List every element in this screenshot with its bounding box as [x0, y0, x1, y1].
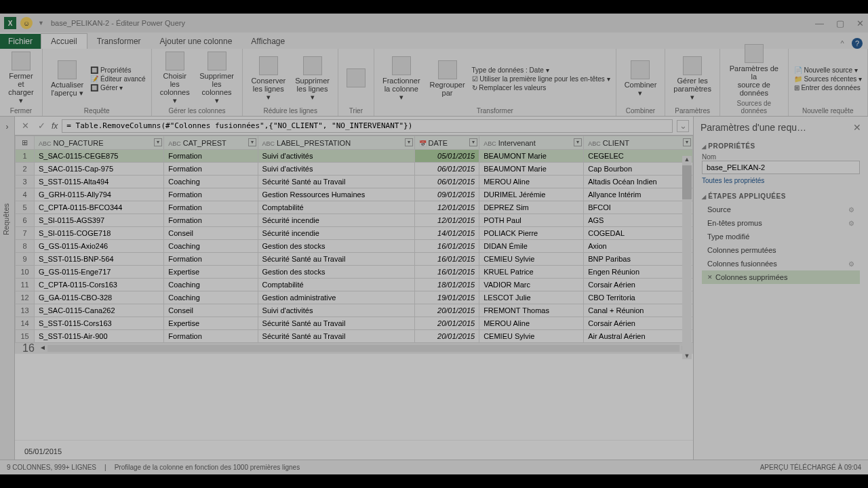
table-cell[interactable]: S_SST-0115-Alta494 — [35, 176, 164, 188]
ribbon-item[interactable]: 🔲 Propriétés — [90, 66, 146, 74]
filter-icon[interactable]: ▾ — [574, 138, 582, 146]
applied-step[interactable]: Colonnes fusionnées⚙ — [702, 257, 860, 270]
table-cell[interactable]: Cap Bourbon — [584, 163, 693, 176]
gear-icon[interactable]: ⚙ — [848, 220, 854, 227]
table-cell[interactable]: Formation — [164, 330, 258, 343]
table-cell[interactable]: S_SI-0115-COGE718 — [35, 227, 164, 240]
table-cell[interactable]: Canal + Réunion — [584, 304, 693, 317]
table-cell[interactable]: S_SAC-0115-Cap-975 — [35, 163, 164, 176]
tab-transformer[interactable]: Transformer — [87, 34, 151, 49]
row-number[interactable]: 6 — [16, 214, 35, 227]
tab-accueil[interactable]: Accueil — [41, 33, 87, 49]
collapse-ribbon-icon[interactable]: ^ — [837, 38, 848, 49]
table-cell[interactable]: Corsair Aérien — [584, 279, 693, 291]
table-cell[interactable]: MEROU Aline — [479, 176, 584, 188]
table-cell[interactable]: Coaching — [164, 176, 258, 188]
column-header[interactable]: ABCCLIENT▾ — [584, 136, 693, 150]
scroll-left-icon[interactable]: ◄ — [38, 344, 47, 353]
table-cell[interactable]: BEAUMONT Marie — [479, 150, 584, 163]
table-cell[interactable]: C_CPTA-0115-BFCO344 — [35, 201, 164, 214]
tab-ajouter[interactable]: Ajouter une colonne — [151, 34, 242, 49]
table-cell[interactable]: Coaching — [164, 279, 258, 291]
row-number[interactable]: 7 — [16, 227, 35, 240]
table-cell[interactable]: G_GS-0115-Enge717 — [35, 266, 164, 279]
table-cell[interactable]: Gestion Ressources Humaines — [258, 188, 414, 201]
table-cell[interactable]: Coaching — [164, 291, 258, 304]
table-cell[interactable]: S_SAC-0115-CEGE875 — [35, 150, 164, 163]
row-number[interactable]: 13 — [16, 304, 35, 317]
ribbon-button[interactable]: Regrouperpar — [427, 59, 468, 98]
ribbon-item[interactable]: ⊞ Entrer des données — [794, 84, 862, 92]
table-cell[interactable]: POTH Paul — [479, 214, 584, 227]
table-cell[interactable]: 20/01/2015 — [414, 330, 479, 343]
row-number[interactable]: 4 — [16, 188, 35, 201]
table-cell[interactable]: Expertise — [164, 317, 258, 330]
ribbon-button[interactable]: Choisir lescolonnes ▾ — [157, 50, 193, 106]
fx-icon[interactable]: fx — [52, 121, 58, 131]
table-cell[interactable]: Sécurité incendie — [258, 214, 414, 227]
row-number[interactable]: 5 — [16, 201, 35, 214]
table-cell[interactable]: 19/01/2015 — [414, 291, 479, 304]
gear-icon[interactable]: ⚙ — [848, 206, 854, 214]
table-cell[interactable]: Sécurité Santé au Travail — [258, 317, 414, 330]
applied-step[interactable]: Colonnes supprimées — [702, 270, 860, 284]
table-cell[interactable]: POLIACK Pierre — [479, 227, 584, 240]
ribbon-item[interactable]: Type de données : Date ▾ — [472, 66, 610, 74]
horizontal-scrollbar[interactable]: 16 ◄ ► — [15, 343, 693, 354]
table-cell[interactable]: Corsair Aérien — [584, 317, 693, 330]
table-cell[interactable]: Comptabilité — [258, 279, 414, 291]
table-cell[interactable]: Formation — [164, 253, 258, 266]
table-cell[interactable]: Sécurité incendie — [258, 227, 414, 240]
ribbon-item[interactable]: 🔲 Gérer ▾ — [90, 84, 146, 92]
table-cell[interactable]: S_SST-0115-Air-900 — [35, 330, 164, 343]
ribbon-button[interactable]: Conserverles lignes ▾ — [248, 55, 288, 102]
row-number[interactable]: 9 — [16, 253, 35, 266]
table-corner[interactable]: ⊞ — [16, 136, 35, 150]
dropdown-icon[interactable]: ▼ — [38, 20, 44, 26]
table-cell[interactable]: 06/01/2015 — [414, 176, 479, 188]
tab-file[interactable]: Fichier — [0, 34, 41, 49]
table-cell[interactable]: 12/01/2015 — [414, 201, 479, 214]
table-cell[interactable]: KRUEL Patrice — [479, 266, 584, 279]
filter-icon[interactable]: ▾ — [683, 138, 691, 146]
table-cell[interactable]: 05/01/2015 — [414, 150, 479, 163]
table-cell[interactable]: 12/01/2015 — [414, 214, 479, 227]
row-number[interactable]: 8 — [16, 240, 35, 253]
table-cell[interactable]: S_SAC-0115-Cana262 — [35, 304, 164, 317]
help-icon[interactable]: ? — [852, 38, 863, 49]
table-cell[interactable]: 16/01/2015 — [414, 266, 479, 279]
column-header[interactable]: ABCLABEL_PRESTATION▾ — [258, 136, 414, 150]
row-number[interactable]: 1 — [16, 150, 35, 163]
table-cell[interactable]: Gestion administrative — [258, 291, 414, 304]
ribbon-button[interactable]: Fermer etcharger ▾ — [5, 50, 37, 106]
ribbon-button[interactable]: Gérer lesparamètres ▾ — [671, 55, 714, 102]
table-cell[interactable]: G_GA-0115-CBO-328 — [35, 291, 164, 304]
row-number[interactable]: 3 — [16, 176, 35, 188]
table-cell[interactable]: 14/01/2015 — [414, 227, 479, 240]
table-cell[interactable]: Expertise — [164, 266, 258, 279]
table-cell[interactable]: Formation — [164, 163, 258, 176]
table-cell[interactable]: Formation — [164, 188, 258, 201]
all-properties-link[interactable]: Toutes les propriétés — [702, 177, 764, 184]
close-panel-icon[interactable]: ✕ — [853, 122, 861, 133]
formula-dropdown-icon[interactable]: ⌄ — [677, 120, 689, 132]
ribbon-button[interactable] — [344, 67, 368, 90]
applied-step[interactable]: En-têtes promus⚙ — [702, 216, 860, 230]
table-cell[interactable]: MEROU Aline — [479, 317, 584, 330]
formula-input[interactable] — [62, 119, 673, 133]
filter-icon[interactable]: ▾ — [248, 138, 256, 146]
table-cell[interactable]: 06/01/2015 — [414, 163, 479, 176]
table-cell[interactable]: 09/01/2015 — [414, 188, 479, 201]
table-cell[interactable]: DURIMEL Jérémie — [479, 188, 584, 201]
column-header[interactable]: ABCIntervenant▾ — [479, 136, 584, 150]
ribbon-button[interactable]: Actualiserl'aperçu ▾ — [48, 59, 86, 98]
ribbon-button[interactable]: Combiner▾ — [622, 59, 660, 98]
table-cell[interactable]: 18/01/2015 — [414, 279, 479, 291]
applied-step[interactable]: Colonnes permutées — [702, 243, 860, 257]
table-cell[interactable]: Gestion des stocks — [258, 266, 414, 279]
table-cell[interactable]: G_GS-0115-Axio246 — [35, 240, 164, 253]
table-cell[interactable]: Suivi d'activités — [258, 150, 414, 163]
minimize-icon[interactable]: — — [815, 18, 824, 28]
queries-pane-collapsed[interactable]: › — [0, 117, 15, 462]
ribbon-button[interactable]: Paramètres de lasource de données — [726, 43, 783, 98]
